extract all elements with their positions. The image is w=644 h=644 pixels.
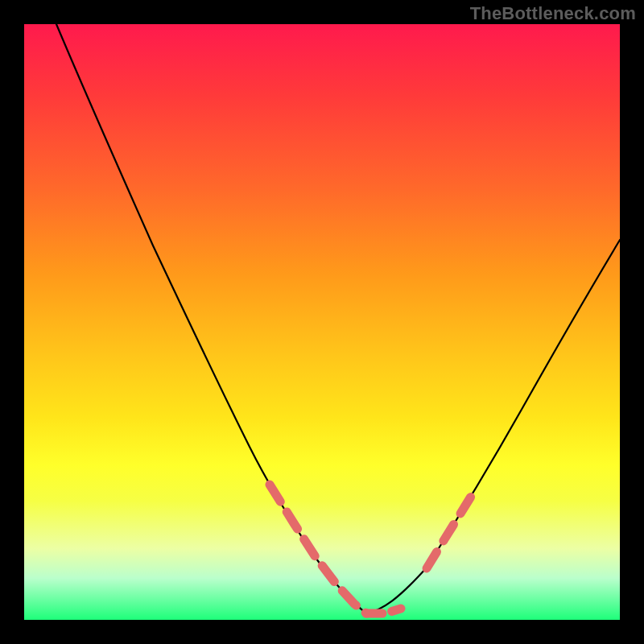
- fit-dots-right: [427, 493, 473, 568]
- fit-dots-left: [270, 485, 366, 613]
- watermark-text: TheBottleneck.com: [470, 3, 636, 24]
- curve-right-branch: [366, 240, 620, 613]
- plot-area: [24, 24, 620, 620]
- fit-dots-floor: [366, 609, 401, 613]
- curve-left-branch: [56, 24, 366, 613]
- curve-layer: [24, 24, 620, 620]
- chart-canvas: TheBottleneck.com: [0, 0, 644, 644]
